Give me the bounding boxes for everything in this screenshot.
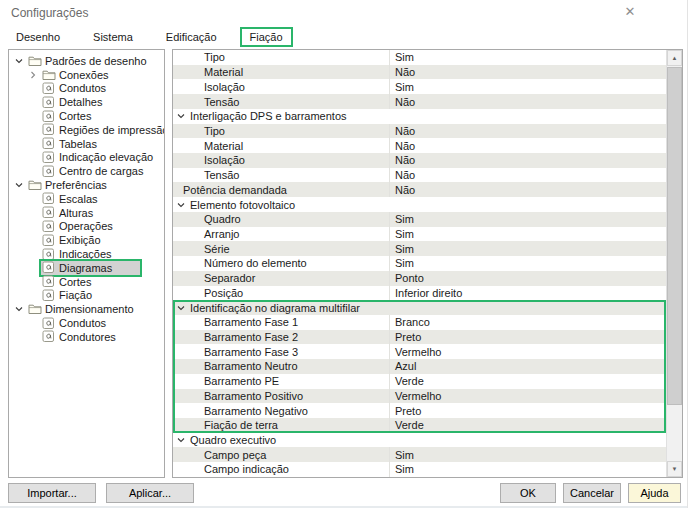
tab-bar: DesenhoSistemaEdificaçãoFiação <box>6 27 293 47</box>
property-value[interactable]: Não <box>390 154 415 166</box>
grid-row-barramento-fase-2[interactable]: Barramento Fase 2Preto <box>173 330 666 345</box>
chevron-down-icon[interactable] <box>176 200 187 210</box>
property-value[interactable]: Sim <box>390 51 414 63</box>
chevron-down-icon[interactable] <box>176 435 187 445</box>
chevron-down-icon[interactable] <box>176 111 187 121</box>
tab-sistema[interactable]: Sistema <box>83 27 143 47</box>
tree-item-dimensionamento[interactable]: Dimensionamento <box>9 302 164 316</box>
grid-row-material[interactable]: MaterialNão <box>173 65 666 80</box>
tree-item-label: Fiação <box>59 289 92 301</box>
grid-row-barramento-negativo[interactable]: Barramento NegativoPreto <box>173 403 666 418</box>
tab-desenho[interactable]: Desenho <box>6 27 70 47</box>
property-value[interactable]: Azul <box>390 360 416 372</box>
chevron-down-icon[interactable] <box>14 56 27 66</box>
grid-section-elemento-fotovoltaico[interactable]: Elemento fotovoltaico <box>173 197 666 212</box>
vertical-scrollbar[interactable]: ▲ ▼ <box>666 50 682 477</box>
tree-item-preferencias[interactable]: Preferências <box>9 178 164 192</box>
tree-item-detalhes[interactable]: Detalhes <box>9 95 164 109</box>
grid-section-quadro-executivo[interactable]: Quadro executivo <box>173 433 666 448</box>
close-icon[interactable]: ✕ <box>619 2 641 21</box>
tree-item-condutores[interactable]: Condutores <box>9 330 164 344</box>
ajuda-button[interactable]: Ajuda <box>628 483 681 503</box>
grid-row-barramento-fase-3[interactable]: Barramento Fase 3Vermelho <box>173 344 666 359</box>
grid-row-campo-peca[interactable]: Campo peçaSim <box>173 447 666 462</box>
grid-row-numero-do-elemento[interactable]: Número do elementoSim <box>173 256 666 271</box>
property-value[interactable]: Não <box>390 66 415 78</box>
property-value[interactable]: Preto <box>390 405 421 417</box>
tree-item-exibicao[interactable]: Exibição <box>9 233 164 247</box>
chevron-down-icon[interactable] <box>14 304 27 314</box>
grid-row-posicao[interactable]: PosiçãoInferior direito <box>173 286 666 301</box>
tree-item-indicacao-elevacao[interactable]: Indicação elevação <box>9 151 164 165</box>
tree-item-fiacao[interactable]: Fiação <box>9 289 164 303</box>
grid-row-fiacao-de-terra[interactable]: Fiação de terraVerde <box>173 418 666 433</box>
grid-row-barramento-pe[interactable]: Barramento PEVerde <box>173 374 666 389</box>
property-value[interactable]: Não <box>390 96 415 108</box>
property-value[interactable]: Sim <box>390 243 414 255</box>
tree-item-diagramas[interactable]: Diagramas <box>9 261 164 275</box>
scroll-up-icon[interactable]: ▲ <box>667 50 682 66</box>
grid-row-quadro[interactable]: QuadroSim <box>173 212 666 227</box>
grid-row-tipo[interactable]: TipoSim <box>173 50 666 65</box>
tree-item-alturas[interactable]: Alturas <box>9 206 164 220</box>
grid-section-interligacao-dps-e-barramentos[interactable]: Interligação DPS e barramentos <box>173 109 666 124</box>
tree-item-label: Condutos <box>59 82 106 94</box>
tree-item-cortes[interactable]: Cortes <box>9 275 164 289</box>
tree-item-indicacoes[interactable]: Indicações <box>9 247 164 261</box>
property-value[interactable]: Branco <box>390 316 430 328</box>
tree-item-regioes-de-impressao[interactable]: Regiões de impressão <box>9 123 164 137</box>
cancelar-button[interactable]: Cancelar <box>563 483 621 503</box>
tab-edificacao[interactable]: Edificação <box>156 27 227 47</box>
tree-item-padroes-de-desenho[interactable]: Padrões de desenho <box>9 54 164 68</box>
property-value[interactable]: Não <box>390 125 415 137</box>
tab-fiacao[interactable]: Fiação <box>240 27 293 47</box>
tree-item-condutos[interactable]: Condutos <box>9 82 164 96</box>
property-value[interactable]: Não <box>390 184 415 196</box>
grid-row-potencia-demandada[interactable]: Potência demandadaNão <box>173 182 666 197</box>
tree-item-centro-de-cargas[interactable]: Centro de cargas <box>9 164 164 178</box>
tree-item-condutos[interactable]: Condutos <box>9 316 164 330</box>
property-value[interactable]: Sim <box>390 449 414 461</box>
tree-item-conexoes[interactable]: Conexões <box>9 68 164 82</box>
grid-row-tensao[interactable]: TensãoNão <box>173 94 666 109</box>
property-value[interactable]: Sim <box>390 228 414 240</box>
tree-item-operacoes[interactable]: Operações <box>9 220 164 234</box>
property-value[interactable]: Verde <box>390 419 424 431</box>
property-value[interactable]: Ponto <box>390 272 424 284</box>
property-value[interactable]: Não <box>390 140 415 152</box>
grid-row-campo-indicacao[interactable]: Campo indicaçãoSim <box>173 462 666 477</box>
grid-row-barramento-fase-1[interactable]: Barramento Fase 1Branco <box>173 315 666 330</box>
property-value[interactable]: Sim <box>390 81 414 93</box>
property-value[interactable]: Inferior direito <box>390 287 462 299</box>
grid-row-arranjo[interactable]: ArranjoSim <box>173 227 666 242</box>
grid-row-separador[interactable]: SeparadorPonto <box>173 271 666 286</box>
grid-row-serie[interactable]: SérieSim <box>173 241 666 256</box>
aplicar-button[interactable]: Aplicar... <box>106 483 194 503</box>
scrollbar-thumb[interactable] <box>667 67 682 405</box>
grid-row-barramento-positivo[interactable]: Barramento PositivoVermelho <box>173 389 666 404</box>
grid-row-tensao[interactable]: TensãoNão <box>173 168 666 183</box>
grid-section-identificacao-no-diagrama-multifilar[interactable]: Identificação no diagrama multifilar <box>173 300 666 315</box>
grid-row-barramento-neutro[interactable]: Barramento NeutroAzul <box>173 359 666 374</box>
property-value[interactable]: Sim <box>390 257 414 269</box>
chevron-right-icon[interactable] <box>28 70 41 80</box>
ok-button[interactable]: OK <box>500 483 556 503</box>
property-value[interactable]: Sim <box>390 463 414 475</box>
property-value[interactable]: Vermelho <box>390 390 441 402</box>
property-value[interactable]: Preto <box>390 331 421 343</box>
property-value[interactable]: Vermelho <box>390 346 441 358</box>
chevron-down-icon[interactable] <box>14 180 27 190</box>
grid-row-material[interactable]: MaterialNão <box>173 138 666 153</box>
importar-button[interactable]: Importar... <box>8 483 96 503</box>
scroll-down-icon[interactable]: ▼ <box>667 461 682 477</box>
tree-item-escalas[interactable]: Escalas <box>9 192 164 206</box>
grid-row-isolacao[interactable]: IsolaçãoSim <box>173 79 666 94</box>
chevron-down-icon[interactable] <box>176 303 187 313</box>
tree-item-tabelas[interactable]: Tabelas <box>9 137 164 151</box>
tree-item-cortes[interactable]: Cortes <box>9 109 164 123</box>
grid-row-isolacao[interactable]: IsolaçãoNão <box>173 153 666 168</box>
property-value[interactable]: Não <box>390 169 415 181</box>
grid-row-tipo[interactable]: TipoNão <box>173 124 666 139</box>
property-value[interactable]: Sim <box>390 213 414 225</box>
property-value[interactable]: Verde <box>390 375 424 387</box>
